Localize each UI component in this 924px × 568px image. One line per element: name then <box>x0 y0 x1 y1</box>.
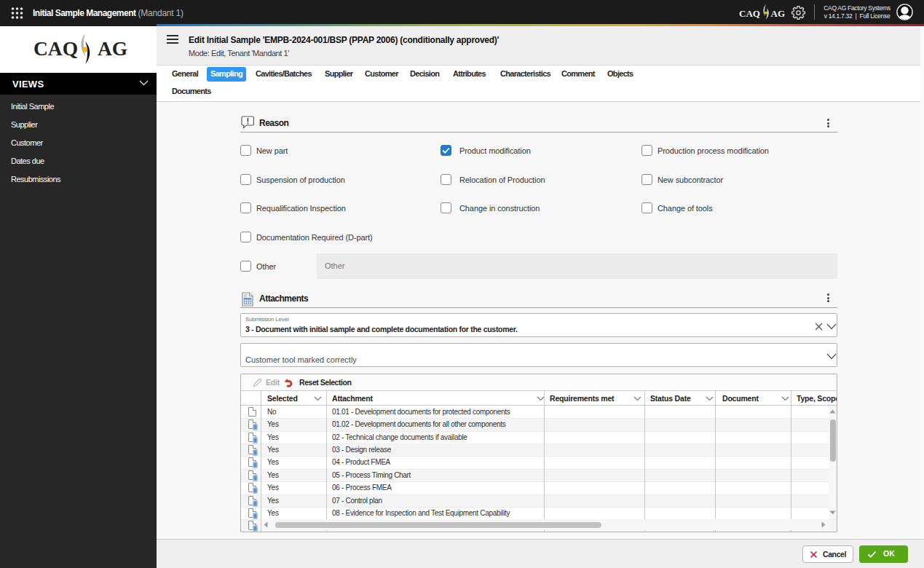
svg-text:AG: AG <box>771 8 786 19</box>
svg-text:CAQ: CAQ <box>33 37 78 60</box>
svg-text:AG: AG <box>98 37 127 60</box>
svg-text:CAQ: CAQ <box>739 8 760 19</box>
